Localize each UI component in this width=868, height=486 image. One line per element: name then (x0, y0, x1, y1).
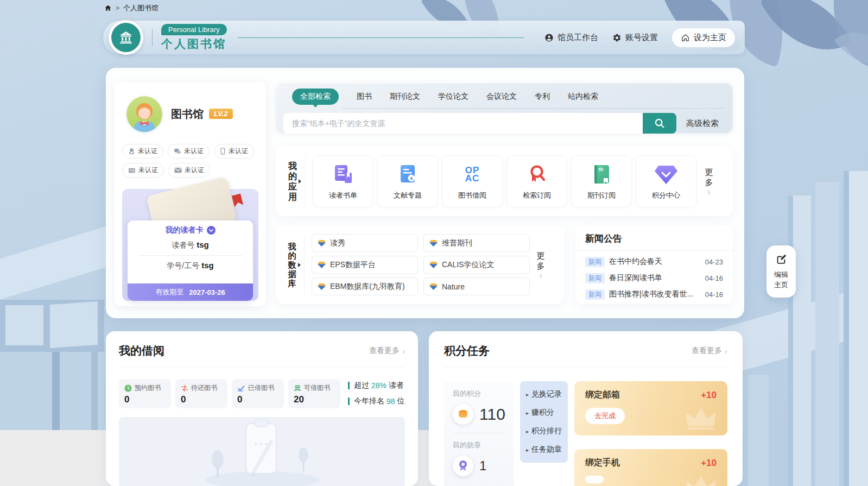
crown-icon (685, 474, 717, 486)
rank-yearly: 今年排名98位 (348, 396, 405, 406)
validity-bar: 有效期至2027-03-26 (128, 283, 253, 301)
divider (453, 433, 505, 433)
empty-state-illustration (119, 417, 405, 486)
nav-librarian-workbench[interactable]: 馆员工作台 (544, 33, 598, 43)
available-stack-icon (294, 384, 301, 392)
my-apps-label: 我的应用 (288, 161, 297, 202)
svg-text:th: th (599, 167, 604, 172)
task-list: 绑定邮箱 +10 去完成 绑定手机 +10 (574, 381, 727, 486)
document-topic-icon (396, 163, 419, 186)
breadcrumb-current: 个人图书馆 (123, 3, 159, 13)
menu-earn-points[interactable]: ▸赚积分 (526, 408, 568, 418)
library-logo[interactable] (109, 20, 143, 55)
my-medals-value: 1 (479, 458, 486, 474)
caret-right-icon: ▸ (526, 447, 529, 453)
task-reward: +10 (701, 390, 717, 401)
wechat-icon (174, 148, 181, 155)
divider (119, 367, 405, 367)
db-nature[interactable]: Nature (423, 277, 530, 295)
db-duxiu[interactable]: 读秀 (312, 234, 418, 252)
clock-icon (124, 384, 132, 392)
db-ebm[interactable]: EBM数据库(九羽教育) (312, 277, 418, 295)
borrow-stats: 预约图书 0 待还图书 0 已借图书 (119, 379, 405, 408)
header: Personal Library 个人图书馆 馆员工作台 账号设置 (103, 21, 745, 54)
db-eps[interactable]: EPS数据平台 (312, 256, 418, 274)
home-icon[interactable] (104, 4, 112, 12)
stat-available-books: 可借图书 20 (288, 379, 340, 408)
gem-small-icon (429, 283, 438, 291)
task-bind-phone: 绑定手机 +10 (574, 449, 727, 486)
nav-set-homepage[interactable]: 设为主页 (672, 28, 735, 47)
search-button[interactable] (643, 113, 676, 134)
tab-site-search[interactable]: 站内检索 (568, 92, 598, 102)
edit-homepage-button[interactable]: 编辑 主页 (766, 245, 796, 298)
gem-small-icon (318, 283, 326, 291)
reader-card-zone: 我的读者卡 读者号tsg 学号/工号tsg 有效期至2027-03-26 (122, 189, 258, 301)
news-item[interactable]: 新闻 春日深阅读书单 04-16 (585, 270, 723, 286)
borrow-ranking: 超过28%读者 今年排名98位 (348, 379, 405, 406)
brand: Personal Library 个人图书馆 (161, 24, 227, 52)
verify-badge-idcard[interactable]: 未认证 (122, 163, 164, 178)
advanced-search-link[interactable]: 高级检索 (686, 118, 719, 129)
news-item[interactable]: 新闻 在书中约会春天 04-23 (585, 254, 723, 270)
news-tag: 新闻 (585, 257, 605, 267)
search-panel: 全部检索 图书 期刊论文 学位论文 会议论文 专利 站内检索 高级检索 (276, 83, 733, 133)
home-outline-icon (681, 33, 690, 42)
divider (444, 367, 727, 367)
search-subscribe-icon (525, 163, 548, 186)
tab-thesis[interactable]: 学位论文 (438, 92, 468, 102)
breadcrumb-separator-icon: > (116, 4, 119, 12)
reader-number-row: 读者号tsg (128, 235, 253, 255)
reader-card: 我的读者卡 读者号tsg 学号/工号tsg 有效期至2027-03-26 (128, 220, 253, 301)
my-points-box: 我的积分 110 我的勋章 (444, 381, 514, 486)
divider (305, 155, 306, 207)
main-dashboard: 图书馆LV.2 未认证 未认证 (106, 68, 744, 318)
databases-more-link[interactable]: 更多 › (536, 250, 545, 280)
chevron-down-icon[interactable] (207, 226, 216, 235)
chevron-right-icon: › (725, 346, 727, 356)
db-weipu[interactable]: 维普期刊 (423, 234, 530, 252)
tab-books[interactable]: 图书 (357, 92, 372, 102)
tab-all-search[interactable]: 全部检索 (292, 89, 339, 105)
my-points-label: 我的积分 (453, 389, 514, 399)
gem-small-icon (429, 261, 438, 269)
menu-exchange-records[interactable]: ▸兑换记录 (526, 389, 568, 399)
gem-small-icon (429, 239, 438, 247)
verify-badge-phone[interactable]: 未认证 (214, 144, 254, 159)
edit-icon (775, 254, 787, 266)
caret-right-icon: ▸ (526, 392, 529, 397)
db-calis[interactable]: CALIS学位论文 (423, 256, 530, 274)
task-bind-email: 绑定邮箱 +10 去完成 (574, 381, 727, 435)
app-journal-subscription[interactable]: th 期刊订阅 (571, 155, 632, 207)
menu-task-medals[interactable]: ▸任务勋章 (526, 445, 568, 455)
search-tabs: 全部检索 图书 期刊论文 学位论文 会议论文 专利 站内检索 (276, 83, 733, 105)
tab-patents[interactable]: 专利 (535, 92, 550, 102)
nav-account-settings[interactable]: 账号设置 (612, 33, 658, 43)
idcard-icon (128, 167, 136, 174)
menu-points-ranking[interactable]: ▸积分排行 (526, 426, 568, 436)
app-search-subscription[interactable]: 检索订阅 (506, 155, 567, 207)
verify-badge-email[interactable]: 未认证 (168, 163, 210, 178)
app-points-center[interactable]: 积分中心 (636, 155, 696, 207)
news-item[interactable]: 新闻 图书推荐|读书改变看世... 04-16 (585, 286, 723, 302)
crown-icon (685, 406, 717, 432)
reader-card-title: 我的读者卡 (166, 225, 204, 235)
gem-small-icon (318, 261, 326, 269)
tab-journal-papers[interactable]: 期刊论文 (390, 92, 420, 102)
task-complete-button[interactable]: 去完成 (585, 408, 625, 424)
points-more-link[interactable]: 查看更多› (692, 346, 727, 356)
opac-icon: OPAC (465, 163, 480, 186)
app-document-topics[interactable]: 文献专题 (377, 155, 438, 207)
app-reader-booklist[interactable]: 读者书单 (313, 155, 373, 207)
task-complete-button[interactable] (585, 476, 604, 483)
borrowing-more-link[interactable]: 查看更多› (369, 346, 405, 356)
search-input[interactable] (283, 113, 643, 134)
verify-badge-wechat[interactable]: 未认证 (168, 144, 210, 159)
my-apps-panel: 我的应用 (276, 147, 733, 216)
tab-conference-papers[interactable]: 会议论文 (486, 92, 517, 102)
avatar (126, 96, 162, 132)
apps-more-link[interactable]: 更多 › (705, 167, 713, 196)
app-book-borrowing[interactable]: OPAC 图书借阅 (442, 155, 503, 207)
breadcrumb: > 个人图书馆 (104, 3, 159, 13)
verify-badge-qq[interactable]: 未认证 (122, 144, 163, 159)
